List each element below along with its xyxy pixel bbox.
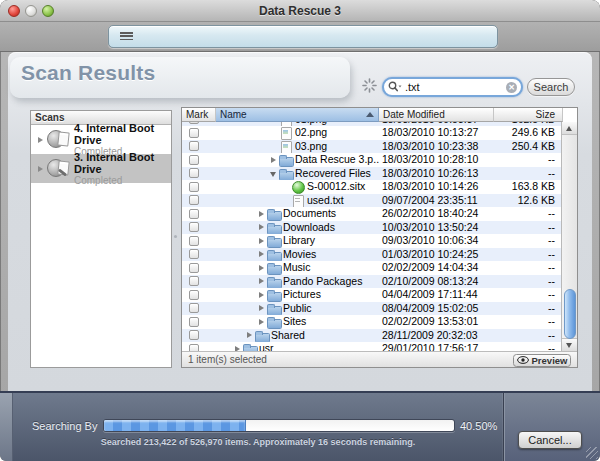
disclosure-triangle-icon[interactable]	[258, 261, 267, 275]
table-row[interactable]: 02.png18/03/2010 10:13:27249.6 KB	[182, 126, 561, 140]
mark-checkbox[interactable]	[189, 303, 199, 313]
disclosure-triangle-icon[interactable]	[258, 288, 267, 302]
disclosure-triangle-icon[interactable]	[258, 315, 267, 329]
item-name: Library	[283, 234, 315, 248]
table-row[interactable]: Sites02/02/2009 13:53:01--	[182, 315, 561, 329]
column-header-size[interactable]: Size	[494, 108, 563, 122]
mark-checkbox[interactable]	[189, 330, 199, 340]
table-row[interactable]: used.txt09/07/2004 23:35:1112.6 KB	[182, 194, 561, 208]
table-row[interactable]: 03.png18/03/2010 10:23:38250.4 KB	[182, 140, 561, 154]
mark-checkbox[interactable]	[189, 276, 199, 286]
disclosure-triangle-icon[interactable]	[258, 221, 267, 235]
file-icon	[291, 181, 304, 192]
table-row[interactable]: Downloads10/03/2010 13:50:24--	[182, 221, 561, 235]
disclosure-triangle-icon[interactable]	[38, 137, 43, 143]
mark-checkbox[interactable]	[189, 128, 199, 138]
folder-icon	[267, 262, 280, 273]
search-button[interactable]: Search	[527, 78, 575, 96]
item-size: --	[494, 153, 561, 167]
mark-checkbox[interactable]	[189, 249, 199, 259]
mark-checkbox[interactable]	[189, 195, 199, 205]
item-name: Pictures	[283, 288, 321, 302]
scan-item[interactable]: 3. Internal Boot DriveCompleted	[31, 154, 171, 183]
folder-icon	[267, 235, 280, 246]
disclosure-triangle-icon[interactable]	[258, 248, 267, 262]
titlebar: Data Rescue 3	[0, 0, 600, 22]
vertical-scrollbar[interactable]	[561, 122, 577, 351]
item-date-modified: 09/03/2010 10:06:34	[379, 234, 494, 248]
scan-name: 3. Internal Boot Drive	[74, 151, 171, 175]
mark-checkbox[interactable]	[189, 155, 199, 165]
mark-checkbox[interactable]	[189, 122, 199, 124]
item-name: used.txt	[307, 194, 344, 208]
resize-grip[interactable]	[586, 447, 598, 459]
column-header-date[interactable]: Date Modified	[379, 108, 494, 122]
scan-item[interactable]: 4. Internal Boot DriveCompleted	[31, 125, 171, 154]
folder-icon	[267, 276, 280, 287]
search-icon[interactable]	[388, 81, 402, 93]
table-row[interactable]: Music02/02/2009 14:04:34--	[182, 261, 561, 275]
mark-checkbox[interactable]	[189, 290, 199, 300]
mark-checkbox[interactable]	[189, 344, 199, 352]
table-row[interactable]: usr29/01/2010 17:56:17--	[182, 342, 561, 351]
drive-scan-icon	[46, 128, 70, 152]
disclosure-triangle-icon[interactable]	[38, 166, 43, 172]
item-size: --	[494, 167, 561, 181]
item-size: --	[494, 248, 561, 262]
toolbar-view-button[interactable]	[108, 25, 498, 48]
disclosure-triangle-icon[interactable]	[270, 167, 279, 181]
folder-icon	[255, 330, 268, 341]
item-date-modified: 18/03/2010 10:26:13	[379, 167, 494, 181]
disclosure-triangle-icon[interactable]	[258, 234, 267, 248]
table-row[interactable]: Library09/03/2010 10:06:34--	[182, 234, 561, 248]
disclosure-triangle-icon[interactable]	[234, 342, 243, 351]
table-row[interactable]: Documents26/02/2010 18:40:24--	[182, 207, 561, 221]
disclosure-triangle-icon[interactable]	[246, 329, 255, 343]
column-header-name[interactable]: Name	[216, 108, 379, 122]
disclosure-triangle-icon[interactable]	[258, 302, 267, 316]
clear-search-icon[interactable]: ✕	[506, 82, 517, 93]
mark-checkbox[interactable]	[189, 222, 199, 232]
mark-checkbox[interactable]	[189, 209, 199, 219]
mark-checkbox[interactable]	[189, 168, 199, 178]
table-row[interactable]: Data Rescue 3.p...18/03/2010 10:28:10--	[182, 153, 561, 167]
cancel-button[interactable]: Cancel...	[518, 431, 582, 449]
mark-checkbox[interactable]	[189, 182, 199, 192]
table-header: Mark Name Date Modified Size	[182, 108, 577, 122]
item-name: 02.png	[295, 126, 327, 140]
table-row[interactable]: Pando Packages02/10/2009 08:13:24--	[182, 275, 561, 289]
column-header-mark[interactable]: Mark	[182, 108, 216, 122]
scan-name: 4. Internal Boot Drive	[74, 122, 171, 146]
disclosure-triangle-icon[interactable]	[270, 153, 279, 167]
folder-icon	[267, 249, 280, 260]
table-row[interactable]: Movies01/03/2010 10:24:25--	[182, 248, 561, 262]
table-row[interactable]: Public08/04/2009 15:02:05--	[182, 302, 561, 316]
item-date-modified: 09/07/2004 23:35:11	[379, 194, 494, 208]
item-name: Public	[283, 302, 312, 316]
folder-icon	[279, 168, 292, 179]
scroll-up-icon[interactable]	[562, 122, 577, 135]
search-input[interactable]: .txt ✕	[382, 77, 523, 97]
preview-button[interactable]: Preview	[513, 354, 571, 367]
item-date-modified: 26/02/2010 18:40:24	[379, 207, 494, 221]
disclosure-triangle-icon[interactable]	[258, 275, 267, 289]
table-row[interactable]: Recovered Files18/03/2010 10:26:13--	[182, 167, 561, 181]
folder-icon	[267, 208, 280, 219]
item-date-modified: 28/11/2009 20:32:03	[379, 329, 494, 343]
scrollbar-thumb[interactable]	[564, 289, 576, 339]
mark-checkbox[interactable]	[189, 263, 199, 273]
folder-icon	[267, 303, 280, 314]
splitter-handle[interactable]	[174, 235, 177, 238]
disclosure-triangle-icon[interactable]	[258, 207, 267, 221]
table-row[interactable]: Shared28/11/2009 20:32:03--	[182, 329, 561, 343]
results-table: Mark Name Date Modified Size 01.png18/03…	[181, 107, 578, 368]
item-date-modified: 04/04/2009 17:11:44	[379, 288, 494, 302]
mark-checkbox[interactable]	[189, 141, 199, 151]
table-row[interactable]: S-00012.sitx18/03/2010 10:14:26163.8 KB	[182, 180, 561, 194]
window-title: Data Rescue 3	[0, 4, 600, 18]
mark-checkbox[interactable]	[189, 317, 199, 327]
mark-checkbox[interactable]	[189, 236, 199, 246]
table-row[interactable]: Pictures04/04/2009 17:11:44--	[182, 288, 561, 302]
scans-sidebar: Scans 4. Internal Boot DriveCompleted3. …	[30, 110, 172, 368]
scroll-down-icon[interactable]	[562, 338, 577, 351]
